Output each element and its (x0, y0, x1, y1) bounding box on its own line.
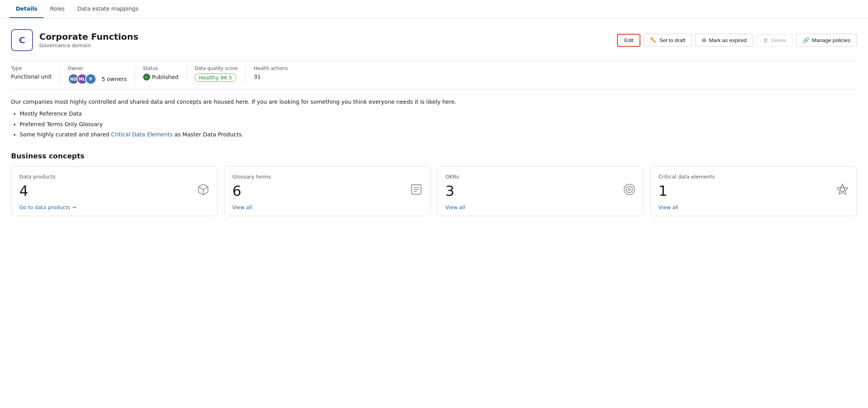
data-products-link-arrow: → (72, 204, 76, 210)
status-check-icon: ✓ (143, 74, 150, 81)
health-actions-count: 31 (254, 74, 288, 80)
set-to-draft-label: Set to draft (659, 37, 685, 43)
glossary-icon (410, 183, 423, 198)
bullet-3-suffix: as Master Data Products. (173, 131, 243, 138)
tabs-nav: Details Roles Data estate mappings (0, 0, 868, 18)
type-group: Type Functional unit (11, 66, 60, 85)
action-buttons: Edit ✏️ Set to draft ⊖ Mark as expired 🗑… (617, 34, 857, 47)
svg-point-5 (624, 184, 635, 195)
description-text: Our companies most highly controlled and… (11, 97, 857, 106)
okrs-link[interactable]: View all (445, 204, 636, 210)
bullet-item-1: Mostly Reference Data (20, 109, 857, 118)
card-data-products-label: Data products (19, 174, 210, 180)
status-value: ✓ Published (143, 74, 178, 81)
glossary-link-text: View all (232, 204, 252, 210)
business-concepts-section: Business concepts Data products 4 (11, 152, 857, 216)
card-okrs-count-row: 3 (445, 183, 636, 199)
card-critical-label: Critical data elements (658, 174, 849, 180)
bullet-item-2: Preferred Terms Only Glossary (20, 120, 857, 129)
card-glossary-label: Glossary terms (232, 174, 423, 180)
card-okrs-label: OKRs (445, 174, 636, 180)
mark-as-expired-button[interactable]: ⊖ Mark as expired (695, 34, 753, 46)
health-actions-group: Health actions 31 (246, 66, 296, 85)
section-title: Business concepts (11, 152, 857, 160)
policies-icon: 🔗 (803, 37, 809, 43)
edit-button[interactable]: Edit (617, 34, 640, 47)
critical-data-link-card[interactable]: View all (658, 204, 849, 210)
type-label: Type (11, 66, 52, 71)
card-critical-data: Critical data elements 1 View all (650, 166, 857, 216)
delete-icon: 🗑 (763, 37, 769, 43)
svg-point-7 (628, 188, 630, 190)
card-data-products-count: 4 (19, 183, 28, 199)
glossary-link[interactable]: View all (232, 204, 423, 210)
entity-icon: C (11, 29, 33, 51)
status-group: Status ✓ Published (135, 66, 187, 85)
delete-button[interactable]: 🗑 Delete (756, 34, 793, 46)
card-glossary-terms: Glossary terms 6 Vi (224, 166, 431, 216)
bullet-3-text: Some highly curated and shared (20, 131, 111, 138)
mark-as-expired-label: Mark as expired (709, 37, 747, 43)
owner-group: Owner ND ML P 5 owners (60, 66, 135, 85)
owner-value: ND ML P 5 owners (68, 74, 127, 85)
owners-avatars: ND ML P (68, 74, 94, 85)
metadata-row: Type Functional unit Owner ND ML P 5 own… (11, 61, 857, 90)
tab-data-estate-mappings[interactable]: Data estate mappings (71, 0, 145, 18)
card-glossary-count: 6 (232, 183, 241, 199)
dq-score-group: Data quality score Healthy 86.5 (187, 66, 246, 85)
svg-point-6 (626, 186, 633, 193)
critical-data-icon (836, 183, 849, 198)
okrs-icon (623, 183, 636, 198)
dq-value: Healthy 86.5 (195, 74, 238, 82)
healthy-label: Healthy (199, 75, 219, 81)
owners-count: 5 owners (102, 76, 127, 82)
card-critical-count: 1 (658, 183, 668, 199)
health-badge: Healthy 86.5 (195, 74, 236, 82)
critical-data-link[interactable]: Critical Data Elements (111, 131, 173, 138)
health-score: 86.5 (221, 75, 232, 81)
entity-header: C Corporate Functions Governance domain … (11, 29, 857, 51)
entity-name: Corporate Functions (39, 32, 611, 42)
avatar-p: P (85, 74, 96, 85)
health-actions-label: Health actions (254, 66, 288, 71)
card-critical-count-row: 1 (658, 183, 849, 199)
card-data-products-count-row: 4 (19, 183, 210, 199)
cards-row: Data products 4 Go to data products (11, 166, 857, 216)
data-products-link[interactable]: Go to data products → (19, 204, 210, 210)
svg-point-8 (840, 187, 845, 192)
card-glossary-count-row: 6 (232, 183, 423, 199)
status-text: Published (152, 74, 178, 80)
delete-label: Delete (771, 37, 786, 43)
data-products-link-text: Go to data products (19, 204, 70, 210)
entity-title-group: Corporate Functions Governance domain (39, 32, 611, 48)
set-to-draft-button[interactable]: ✏️ Set to draft (644, 34, 692, 46)
description-block: Our companies most highly controlled and… (11, 97, 857, 139)
data-products-icon (197, 183, 210, 198)
card-okrs-count: 3 (445, 183, 454, 199)
tab-roles[interactable]: Roles (44, 0, 71, 18)
page-container: Details Roles Data estate mappings C Cor… (0, 0, 868, 408)
draft-icon: ✏️ (650, 37, 657, 43)
entity-subtitle: Governance domain (39, 42, 611, 48)
status-label: Status (143, 66, 178, 71)
critical-data-link-text: View all (658, 204, 678, 210)
owner-label: Owner (68, 66, 127, 71)
expired-icon: ⊖ (702, 37, 706, 43)
card-data-products: Data products 4 Go to data products (11, 166, 218, 216)
type-value: Functional unit (11, 74, 52, 80)
manage-policies-label: Manage policies (812, 37, 850, 43)
main-content: C Corporate Functions Governance domain … (0, 18, 868, 227)
dq-label: Data quality score (195, 66, 238, 71)
tab-details[interactable]: Details (9, 0, 44, 18)
card-okrs: OKRs 3 View all (437, 166, 644, 216)
bullet-item-3: Some highly curated and shared Critical … (20, 130, 857, 139)
bullet-list: Mostly Reference Data Preferred Terms On… (20, 109, 857, 139)
okrs-link-text: View all (445, 204, 465, 210)
manage-policies-button[interactable]: 🔗 Manage policies (796, 34, 857, 46)
